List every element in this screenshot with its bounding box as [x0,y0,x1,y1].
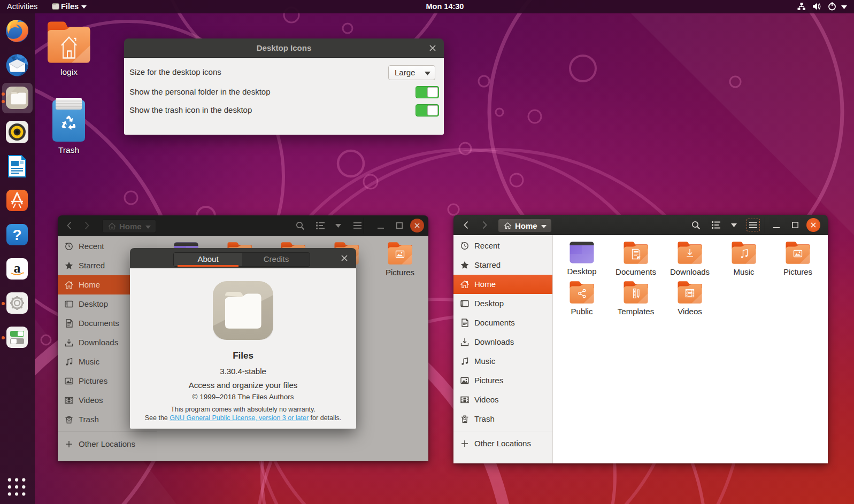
svg-text:a: a [14,260,21,276]
svg-text:?: ? [12,227,21,243]
